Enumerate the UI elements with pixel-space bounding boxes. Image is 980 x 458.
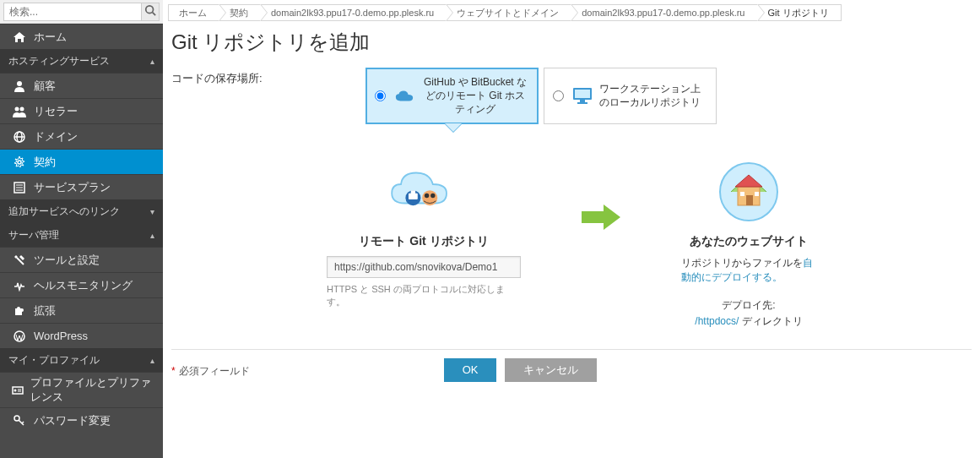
your-site-title: あなたのウェブサイト	[690, 234, 808, 249]
sidebar-item-tools[interactable]: ツールと設定	[0, 247, 163, 272]
sidebar-item-home[interactable]: ホーム	[0, 24, 163, 49]
globe-icon	[12, 131, 27, 143]
svg-point-8	[18, 161, 21, 164]
cloud-providers-icon	[386, 158, 462, 226]
people-icon	[12, 106, 27, 117]
deploy-target-label: デプロイ先:	[722, 298, 775, 313]
location-options: GitHub や BitBucket などのリモート Git ホスティング ワー…	[365, 68, 717, 124]
sidebar-group-hosting[interactable]: ホスティングサービス ▴	[0, 49, 163, 73]
sidebar-item-prefs[interactable]: プロファイルとプリファレンス	[0, 372, 163, 407]
remote-repo-url-input[interactable]	[327, 256, 521, 278]
sidebar-item-wordpress[interactable]: WordPress	[0, 323, 163, 348]
breadcrumb-item[interactable]: ウェブサイトとドメイン	[446, 4, 571, 21]
svg-point-19	[14, 389, 17, 391]
svg-rect-28	[577, 102, 587, 104]
card-icon	[12, 384, 24, 396]
breadcrumb: ホーム 契約 domain2lk93.ppu17-0.demo.pp.plesk…	[163, 0, 980, 22]
svg-rect-39	[740, 192, 744, 196]
sidebar-group-server[interactable]: サーバ管理 ▴	[0, 223, 163, 247]
svg-line-1	[153, 13, 156, 16]
cloud-icon	[394, 87, 414, 104]
svg-point-16	[17, 307, 20, 310]
option-remote-hosting[interactable]: GitHub や BitBucket などのリモート Git ホスティング	[365, 68, 539, 124]
chevron-up-icon: ▴	[150, 231, 154, 240]
sidebar-item-resellers[interactable]: リセラー	[0, 98, 163, 123]
search-button[interactable]	[142, 3, 160, 21]
search-bar	[0, 0, 163, 24]
sidebar: ホーム ホスティングサービス ▴ 顧客 リセラー ドメイン 契約 サービスプラン…	[0, 0, 163, 458]
svg-point-3	[15, 106, 19, 111]
ok-button[interactable]: OK	[444, 358, 497, 382]
option-local-workstation[interactable]: ワークステーション上のローカルリポジトリ	[544, 68, 717, 124]
sidebar-group-addlinks[interactable]: 追加サービスへのリンク ▾	[0, 199, 163, 223]
svg-point-2	[17, 81, 22, 86]
required-fields-note: *必須フィールド	[171, 364, 250, 379]
person-icon	[12, 80, 27, 92]
breadcrumb-item[interactable]: domain2lk93.ppu17-0.demo.pp.plesk.ru	[260, 4, 446, 21]
svg-rect-40	[755, 192, 759, 196]
deploy-path-link[interactable]: /httpdocs/	[695, 315, 739, 327]
deployment-diagram: リモート Git リポジトリ HTTPS と SSH の両プロトコルに対応します…	[171, 158, 972, 330]
your-site-block: あなたのウェブサイト リポジトリからファイルを自動的にデプロイする。 デプロイ先…	[681, 158, 816, 330]
remote-repo-title: リモート Git リポジトリ	[359, 234, 488, 249]
svg-rect-27	[580, 100, 585, 102]
chevron-up-icon: ▴	[150, 356, 154, 365]
svg-point-15	[20, 308, 24, 312]
home-icon	[12, 31, 27, 43]
sidebar-item-extensions[interactable]: 拡張	[0, 297, 163, 323]
breadcrumb-item: Git リポジトリ	[757, 4, 842, 21]
svg-point-34	[430, 193, 435, 197]
option-local-radio[interactable]	[553, 90, 564, 101]
breadcrumb-item[interactable]: domain2lk93.ppu17-0.demo.pp.plesk.ru	[571, 4, 756, 21]
svg-rect-31	[411, 190, 415, 194]
chevron-down-icon: ▾	[150, 207, 154, 216]
option-remote-radio[interactable]	[375, 90, 386, 101]
sidebar-item-plans[interactable]: サービスプラン	[0, 174, 163, 199]
sidebar-item-password[interactable]: パスワード変更	[0, 407, 163, 433]
chevron-up-icon: ▴	[150, 57, 154, 66]
sidebar-item-label: ホーム	[34, 30, 67, 45]
heartbeat-icon	[12, 280, 27, 292]
sidebar-item-domains[interactable]: ドメイン	[0, 123, 163, 149]
sidebar-group-profile[interactable]: マイ・プロファイル ▴	[0, 348, 163, 372]
list-icon	[12, 182, 27, 194]
arrow-icon	[580, 183, 622, 251]
code-location-label: コードの保存場所:	[171, 68, 349, 86]
remote-repo-note: HTTPS と SSH の両プロトコルに対応します。	[327, 283, 521, 308]
svg-rect-38	[746, 195, 753, 205]
sidebar-item-subscriptions[interactable]: 契約	[0, 149, 163, 174]
tools-icon	[12, 254, 27, 266]
svg-rect-26	[575, 90, 590, 98]
search-input[interactable]	[3, 3, 142, 21]
svg-point-33	[425, 193, 429, 197]
remote-repo-block: リモート Git リポジトリ HTTPS と SSH の両プロトコルに対応します…	[327, 158, 521, 308]
page-title: Git リポジトリを追加	[163, 22, 980, 68]
gear-icon	[12, 156, 27, 168]
puzzle-icon	[12, 305, 27, 317]
website-illustration-icon	[711, 158, 787, 226]
key-icon	[12, 415, 27, 427]
svg-point-4	[20, 106, 24, 111]
sidebar-item-customers[interactable]: 顧客	[0, 73, 163, 98]
main-content: ホーム 契約 domain2lk93.ppu17-0.demo.pp.plesk…	[163, 0, 980, 458]
divider	[171, 349, 972, 350]
wordpress-icon	[12, 330, 27, 342]
cancel-button[interactable]: キャンセル	[505, 358, 597, 382]
svg-line-24	[22, 422, 24, 423]
monitor-icon	[572, 87, 593, 104]
search-icon	[144, 4, 156, 19]
sidebar-item-health[interactable]: ヘルスモニタリング	[0, 272, 163, 297]
breadcrumb-item[interactable]: ホーム	[168, 4, 219, 21]
svg-point-0	[146, 6, 154, 14]
